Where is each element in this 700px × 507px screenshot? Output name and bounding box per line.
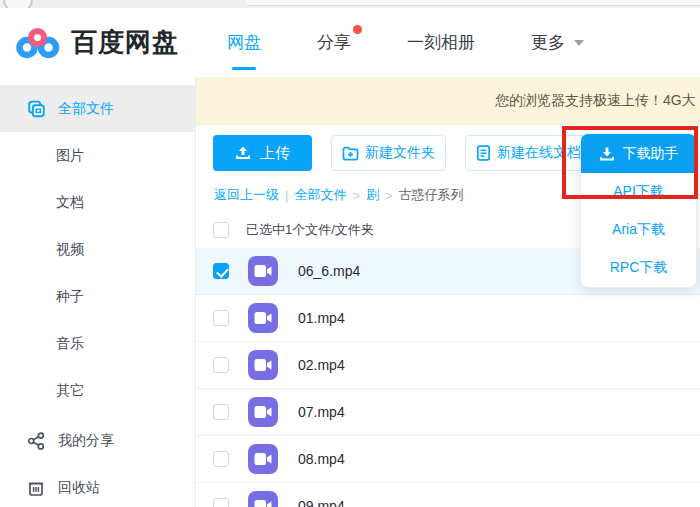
file-name[interactable]: 01.mp4 — [298, 310, 345, 326]
baidu-netdisk-logo[interactable]: 百度网盘 — [16, 25, 179, 61]
video-file-icon — [248, 444, 278, 474]
document-icon — [476, 145, 491, 161]
file-row[interactable]: 07.mp4 — [196, 389, 700, 436]
row-checkbox[interactable] — [213, 498, 229, 507]
sidebar-item-docs[interactable]: 文档 — [0, 179, 195, 226]
video-file-icon — [248, 491, 278, 507]
red-dot-badge — [353, 25, 362, 34]
row-checkbox[interactable] — [213, 357, 229, 373]
nav-tab-label: 一刻相册 — [407, 31, 475, 54]
top-nav: 网盘 分享 一刻相册 更多 — [199, 8, 612, 77]
row-checkbox[interactable] — [213, 451, 229, 467]
selection-bar: 已选中1个文件/文件夹 — [213, 221, 374, 239]
breadcrumb-link-all-files[interactable]: 全部文件 — [294, 186, 346, 204]
nav-tab-label: 更多 — [531, 31, 565, 54]
new-online-doc-button[interactable]: 新建在线文档 — [465, 135, 592, 171]
file-name[interactable]: 08.mp4 — [298, 451, 345, 467]
sidebar-item-videos[interactable]: 视频 — [0, 226, 195, 273]
download-icon — [599, 146, 615, 162]
nav-tab-label: 网盘 — [227, 31, 261, 54]
nav-tab-label: 分享 — [317, 31, 351, 54]
sidebar-item-images[interactable]: 图片 — [0, 132, 195, 179]
download-helper-dropdown: 下载助手 API下载 Aria下载 RPC下载 — [580, 133, 697, 288]
nav-tab-netdisk[interactable]: 网盘 — [199, 8, 289, 77]
nav-tab-album[interactable]: 一刻相册 — [379, 8, 503, 77]
video-file-icon — [248, 303, 278, 333]
file-name[interactable]: 09.mp4 — [298, 498, 345, 507]
sidebar-item-all-files[interactable]: 全部文件 — [0, 85, 195, 132]
new-folder-button[interactable]: 新建文件夹 — [331, 135, 446, 171]
video-file-icon — [248, 350, 278, 380]
cloud-logo-icon — [16, 25, 62, 61]
breadcrumb-pipe-separator: | — [285, 188, 288, 203]
breadcrumb: 返回上一级 | 全部文件 > 剧 > 古惑仔系列 — [214, 186, 464, 204]
download-helper-button[interactable]: 下载助手 — [581, 134, 696, 173]
file-row[interactable]: 08.mp4 — [196, 436, 700, 483]
sidebar-item-label: 其它 — [56, 382, 84, 400]
sidebar-item-label: 全部文件 — [58, 100, 114, 118]
menu-item-api-download[interactable]: API下载 — [581, 173, 696, 211]
breadcrumb-gt-separator: > — [352, 188, 360, 203]
sidebar-item-torrents[interactable]: 种子 — [0, 273, 195, 320]
sidebar-item-label: 音乐 — [56, 335, 84, 353]
sidebar-item-label: 文档 — [56, 194, 84, 212]
new-folder-button-label: 新建文件夹 — [365, 144, 435, 162]
sidebar-item-label: 回收站 — [58, 479, 100, 497]
share-icon — [26, 431, 46, 451]
files-icon — [26, 99, 46, 119]
selection-count-text: 已选中1个文件/文件夹 — [246, 221, 374, 239]
sidebar: 全部文件 图片 文档 视频 种子 音乐 其它 我的分享 — [0, 77, 196, 507]
menu-item-aria-download[interactable]: Aria下载 — [581, 211, 696, 249]
sidebar-item-label: 我的分享 — [58, 432, 114, 450]
file-row[interactable]: 02.mp4 — [196, 342, 700, 389]
nav-tab-share[interactable]: 分享 — [289, 8, 379, 77]
sidebar-item-label: 视频 — [56, 241, 84, 259]
baidu-netdisk-page: 百度网盘 网盘 分享 一刻相册 更多 — [0, 0, 700, 507]
sidebar-item-label: 图片 — [56, 147, 84, 165]
breadcrumb-link-drama[interactable]: 剧 — [366, 186, 379, 204]
breadcrumb-gt-separator: > — [385, 188, 393, 203]
file-name[interactable]: 07.mp4 — [298, 404, 345, 420]
sidebar-item-music[interactable]: 音乐 — [0, 320, 195, 367]
logo-text: 百度网盘 — [71, 25, 179, 60]
download-helper-button-label: 下载助手 — [623, 145, 679, 163]
video-file-icon — [248, 256, 278, 286]
sidebar-item-others[interactable]: 其它 — [0, 367, 195, 414]
sidebar-item-my-shares[interactable]: 我的分享 — [0, 417, 195, 464]
trash-icon — [26, 478, 46, 498]
notice-banner: 您的浏览器支持极速上传！4G大 — [196, 77, 700, 125]
sidebar-item-label: 种子 — [56, 288, 84, 306]
upload-button-label: 上传 — [260, 144, 290, 163]
row-checkbox[interactable] — [213, 310, 229, 326]
upload-icon — [235, 145, 251, 161]
app-header: 百度网盘 网盘 分享 一刻相册 更多 — [0, 8, 700, 77]
file-row[interactable]: 01.mp4 — [196, 295, 700, 342]
file-name[interactable]: 02.mp4 — [298, 357, 345, 373]
menu-item-rpc-download[interactable]: RPC下载 — [581, 249, 696, 287]
upload-button[interactable]: 上传 — [213, 135, 312, 171]
row-checkbox[interactable] — [213, 263, 229, 279]
chevron-down-icon — [574, 40, 584, 46]
folder-plus-icon — [342, 146, 359, 161]
breadcrumb-back-link[interactable]: 返回上一级 — [214, 186, 279, 204]
new-online-doc-button-label: 新建在线文档 — [497, 144, 581, 162]
file-name[interactable]: 06_6.mp4 — [298, 263, 360, 279]
sidebar-item-recycle-bin[interactable]: 回收站 — [0, 464, 195, 507]
select-all-checkbox[interactable] — [213, 222, 229, 238]
nav-tab-more[interactable]: 更多 — [503, 8, 612, 77]
toolbar: 上传 新建文件夹 新建在线文档 — [213, 135, 592, 171]
breadcrumb-current-folder: 古惑仔系列 — [399, 186, 464, 204]
notice-banner-text: 您的浏览器支持极速上传！4G大 — [495, 92, 696, 110]
browser-toolbar-segment — [247, 0, 700, 6]
row-checkbox[interactable] — [213, 404, 229, 420]
file-row[interactable]: 09.mp4 — [196, 483, 700, 507]
video-file-icon — [248, 397, 278, 427]
